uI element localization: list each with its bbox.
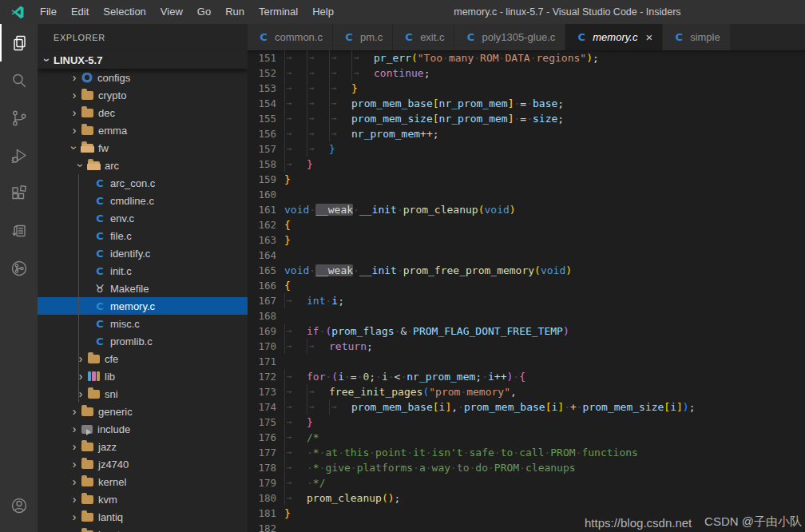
tree-item-arc[interactable]: ›arc — [38, 157, 248, 174]
code-line[interactable]: 157→→} — [248, 141, 805, 157]
code-line[interactable]: 171 — [248, 354, 805, 369]
code-line[interactable]: 158→} — [248, 157, 805, 172]
tree-item-emma[interactable]: ›emma — [38, 121, 248, 139]
code-line[interactable]: 169→if·(prom_flags·&·PROM_FLAG_DONT_FREE… — [248, 324, 805, 339]
code-line[interactable]: 162{ — [248, 217, 805, 232]
tree-item-crypto[interactable]: ›crypto — [38, 86, 248, 104]
code-line[interactable]: 177→·*·at·this·point·it·isn't·safe·to·ca… — [248, 445, 805, 460]
tab-pm-c[interactable]: Cpm.c — [333, 24, 393, 50]
explorer-icon[interactable] — [0, 24, 38, 62]
close-icon[interactable]: × — [645, 31, 652, 43]
tree-item-include[interactable]: ›include — [38, 420, 248, 438]
tree-item-label: env.c — [110, 212, 134, 224]
comment-token: PROM — [494, 462, 519, 474]
tab-exit-c[interactable]: Cexit.c — [393, 24, 454, 50]
tree-item-cmdline-c[interactable]: Ccmdline.c — [38, 192, 248, 209]
code-line[interactable]: 159} — [248, 172, 805, 187]
tree-item-init-c[interactable]: Cinit.c — [38, 262, 248, 280]
menu-edit[interactable]: Edit — [64, 0, 96, 24]
account-icon[interactable] — [0, 486, 38, 524]
tree-item-misc-c[interactable]: Cmisc.c — [38, 315, 248, 332]
code-line[interactable]: 156→→→nr_prom_mem++; — [248, 126, 805, 141]
chevron-right-icon: › — [68, 106, 81, 119]
code-text: →·*·at·this·point·it·isn't·safe·to·call·… — [284, 445, 805, 460]
folder-icon — [81, 126, 93, 135]
tree-item-generic[interactable]: ›generic — [38, 403, 248, 420]
tree-item-lantiq[interactable]: ›lantiq — [38, 508, 248, 526]
c-file-icon: C — [93, 265, 106, 277]
doc-arrow-icon[interactable] — [0, 212, 38, 249]
tree-item-memory-c[interactable]: Cmemory.c — [38, 297, 248, 315]
tree-item-dec[interactable]: ›dec — [38, 104, 248, 121]
folder-icon — [81, 91, 93, 100]
run-debug-icon[interactable] — [0, 137, 38, 174]
tree-item-sni[interactable]: ›sni — [38, 385, 248, 403]
tree-root-linux-5.7[interactable]: › LINUX-5.7 — [38, 51, 248, 69]
tree-item-file-c[interactable]: Cfile.c — [38, 227, 248, 244]
code-line[interactable]: 165void·__weak·__init·prom_free_prom_mem… — [248, 263, 805, 278]
menu-terminal[interactable]: Terminal — [252, 0, 305, 24]
search-icon[interactable] — [0, 62, 38, 99]
code-line[interactable]: 153→→→} — [248, 81, 805, 96]
token: ; — [593, 52, 599, 64]
tree-item-lasat[interactable]: ›lasat — [38, 526, 248, 532]
code-line[interactable]: 180→prom_cleanup(); — [248, 490, 805, 506]
tree-item-kernel[interactable]: ›kernel — [38, 473, 248, 490]
tab-poly1305-glue-c[interactable]: Cpoly1305-glue.c — [454, 24, 565, 50]
code-text: →→→} — [284, 81, 805, 96]
tree-item-arc-con-c[interactable]: Carc_con.c — [38, 174, 248, 192]
code-line[interactable]: 160 — [248, 187, 805, 202]
code-line[interactable]: 178→·*·give·platforms·a·way·to·do·PROM·c… — [248, 460, 805, 475]
menu-file[interactable]: File — [33, 0, 64, 24]
tree-item-promlib-c[interactable]: Cpromlib.c — [38, 332, 248, 350]
code-line[interactable]: 164 — [248, 248, 805, 263]
menu-view[interactable]: View — [153, 0, 190, 24]
code-line[interactable]: 175→} — [248, 415, 805, 430]
tree-item-cfe[interactable]: ›cfe — [38, 350, 248, 367]
tree-item-jz4740[interactable]: ›jz4740 — [38, 455, 248, 473]
token: ++ — [420, 128, 433, 140]
tree-item-lib[interactable]: ›lib — [38, 367, 248, 385]
code-line[interactable]: 176→/* — [248, 430, 805, 445]
circle-branch-icon[interactable] — [0, 249, 38, 287]
tree-item-identify-c[interactable]: Cidentify.c — [38, 244, 248, 262]
code-line[interactable]: 155→→→prom_mem_size[nr_prom_mem]·=·size; — [248, 111, 805, 126]
code-line[interactable]: 167→int·i; — [248, 293, 805, 308]
token: ; — [557, 113, 564, 125]
tree-item-label: dec — [98, 107, 115, 119]
code-line[interactable]: 182 — [248, 521, 805, 532]
source-control-icon[interactable] — [0, 99, 38, 137]
code-line[interactable]: 166{ — [248, 278, 805, 293]
menu-selection[interactable]: Selection — [96, 0, 153, 24]
code-line[interactable]: 154→→→prom_mem_base[nr_prom_mem]·=·base; — [248, 96, 805, 111]
tree-item-configs[interactable]: ›configs — [38, 69, 248, 86]
code-line[interactable]: 161void·__weak·__init·prom_cleanup(void) — [248, 202, 805, 217]
menu-help[interactable]: Help — [305, 0, 341, 24]
code-line[interactable]: 172→for·(i·=·0;·i·<·nr_prom_mem;·i++)·{ — [248, 369, 805, 384]
code-line[interactable]: 174→→→prom_mem_base[i],·prom_mem_base[i]… — [248, 399, 805, 415]
code-line[interactable]: 168 — [248, 308, 805, 324]
tree-item-env-c[interactable]: Cenv.c — [38, 209, 248, 227]
tree-item-makefile[interactable]: ♉Makefile — [38, 280, 248, 297]
menu-go[interactable]: Go — [190, 0, 218, 24]
code-line[interactable]: 152→→→→continue; — [248, 66, 805, 81]
code-line[interactable]: 170→→return; — [248, 339, 805, 354]
folder-open-icon — [88, 161, 100, 170]
code-line[interactable]: 151→→→→pr_err("Too·many·ROM·DATA·regions… — [248, 50, 805, 66]
tree-item-kvm[interactable]: ›kvm — [38, 490, 248, 508]
code-line[interactable]: 181} — [248, 506, 805, 521]
code-line[interactable]: 179→·*/ — [248, 475, 805, 490]
c-file-icon: C — [93, 248, 106, 260]
code-text: →→→prom_mem_base[nr_prom_mem]·=·base; — [284, 96, 805, 111]
code-editor[interactable]: 151→→→→pr_err("Too·many·ROM·DATA·regions… — [248, 50, 805, 532]
code-line[interactable]: 163} — [248, 232, 805, 248]
tab-common-c[interactable]: Ccommon.c — [248, 24, 333, 50]
gear-folder-icon — [81, 72, 93, 83]
code-line[interactable]: 173→→free_init_pages("prom·memory", — [248, 384, 805, 399]
tree-item-fw[interactable]: ›fw — [38, 139, 248, 157]
menu-run[interactable]: Run — [218, 0, 252, 24]
tree-item-jazz[interactable]: ›jazz — [38, 438, 248, 455]
extensions-icon[interactable] — [0, 174, 38, 212]
tab-simple[interactable]: Csimple — [663, 24, 731, 50]
tab-memory-c[interactable]: Cmemory.c× — [565, 24, 663, 50]
